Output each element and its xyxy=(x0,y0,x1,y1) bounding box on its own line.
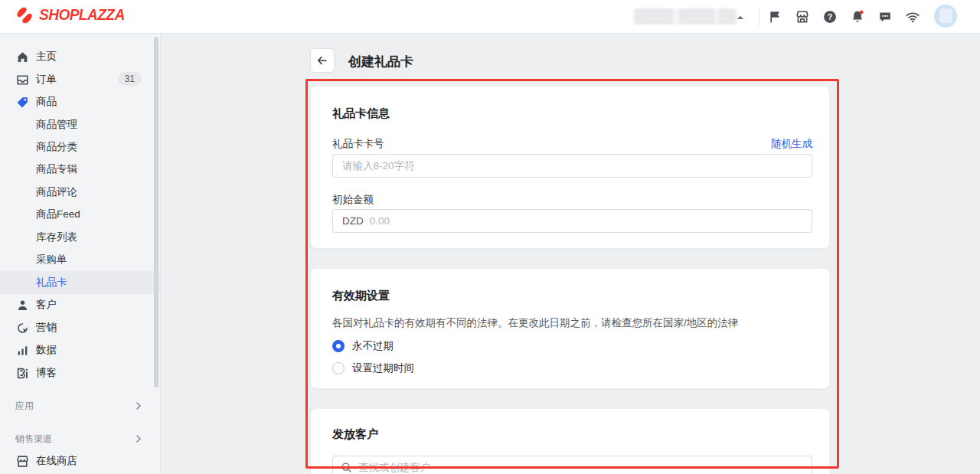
sidebar-item-product-feed[interactable]: 商品Feed xyxy=(0,203,160,226)
header-divider xyxy=(759,8,760,26)
card-title: 有效期设置 xyxy=(332,289,390,303)
storefront-icon xyxy=(15,454,29,468)
currency-prefix: DZD xyxy=(342,215,364,227)
sidebar-item-label: 商品管理 xyxy=(36,118,77,132)
radio-set-expiry[interactable]: 设置过期时间 xyxy=(332,361,414,375)
section-label: 应用 xyxy=(15,400,34,413)
svg-text:?: ? xyxy=(828,12,833,21)
sidebar-item-blog[interactable]: 博客 xyxy=(0,361,160,384)
radio-never-expire[interactable]: 永不过期 xyxy=(332,339,394,353)
top-header: SHOPLAZZA ? xyxy=(0,0,980,34)
sidebar-section-apps[interactable]: 应用 xyxy=(0,394,160,417)
home-icon xyxy=(15,50,29,64)
sidebar-item-products[interactable]: 商品 xyxy=(0,90,160,113)
sidebar-section-sales-channels[interactable]: 销售渠道 xyxy=(0,427,160,450)
radio-label: 永不过期 xyxy=(352,339,394,353)
customer-search-input[interactable]: 查找或创建客户 xyxy=(332,456,812,474)
store-name-redacted[interactable] xyxy=(634,8,737,25)
flag-icon[interactable] xyxy=(766,8,783,25)
radio-selected-icon xyxy=(332,340,345,352)
logo-wordmark: SHOPLAZZA xyxy=(39,6,125,24)
radio-unselected-icon xyxy=(332,362,345,374)
orders-icon xyxy=(15,73,29,87)
sidebar-item-label: 订单 xyxy=(36,73,57,87)
initial-amount-input[interactable]: DZD 0.00 xyxy=(332,209,812,233)
marketing-icon xyxy=(15,321,29,335)
chevron-right-icon xyxy=(134,434,143,443)
products-tag-icon xyxy=(15,95,29,109)
search-placeholder: 查找或创建客户 xyxy=(358,461,431,474)
sidebar-item-online-store[interactable]: 在线商店 xyxy=(0,449,160,472)
section-label: 销售渠道 xyxy=(15,433,52,446)
sidebar-item-label: 采购单 xyxy=(36,253,67,266)
sidebar-item-label: 客户 xyxy=(36,298,57,312)
help-icon[interactable]: ? xyxy=(822,8,838,25)
sidebar-item-product-reviews[interactable]: 商品评论 xyxy=(0,181,160,204)
chevron-right-icon xyxy=(134,401,143,410)
sidebar-item-product-management[interactable]: 商品管理 xyxy=(0,113,160,136)
initial-amount-label: 初始金额 xyxy=(332,193,374,207)
page-title: 创建礼品卡 xyxy=(348,53,413,70)
sidebar-item-label: 在线商店 xyxy=(36,454,77,468)
arrow-left-icon xyxy=(316,54,328,67)
card-number-input[interactable] xyxy=(332,154,812,178)
sidebar-item-purchase-orders[interactable]: 采购单 xyxy=(0,248,160,271)
card-number-label: 礼品卡卡号 xyxy=(332,137,384,151)
bell-icon[interactable] xyxy=(849,8,866,25)
user-avatar[interactable] xyxy=(934,5,957,28)
sidebar-item-label: 商品Feed xyxy=(36,208,80,221)
sidebar-item-label: 商品专辑 xyxy=(36,162,77,176)
avatar-placeholder xyxy=(939,8,952,23)
sidebar-item-label: 博客 xyxy=(36,366,57,380)
sidebar-item-orders[interactable]: 订单 31 xyxy=(0,68,160,91)
sidebar-item-label: 商品评论 xyxy=(36,185,77,199)
orders-count-badge: 31 xyxy=(118,72,142,86)
shoplazza-logo[interactable]: SHOPLAZZA xyxy=(15,6,125,25)
chat-icon[interactable] xyxy=(877,8,893,25)
main-content: 创建礼品卡 礼品卡信息 礼品卡卡号 随机生成 初始金额 DZD 0.00 有效期… xyxy=(161,34,980,474)
search-icon xyxy=(341,462,352,473)
amount-value: 0.00 xyxy=(370,215,390,227)
issue-customer-card: 发放客户 查找或创建客户 xyxy=(310,408,830,474)
random-generate-link[interactable]: 随机生成 xyxy=(771,137,812,151)
card-title: 礼品卡信息 xyxy=(332,106,390,121)
sidebar-item-marketing[interactable]: 营销 xyxy=(0,316,160,339)
sidebar-item-label: 礼品卡 xyxy=(36,276,67,289)
analytics-icon xyxy=(15,343,29,357)
sidebar-item-product-categories[interactable]: 商品分类 xyxy=(0,136,160,159)
store-caret-icon[interactable] xyxy=(737,16,743,22)
sidebar-item-label: 商品 xyxy=(36,95,57,109)
storefront-icon[interactable] xyxy=(794,8,811,25)
blog-icon xyxy=(15,366,29,380)
sidebar-item-customers[interactable]: 客户 xyxy=(0,293,160,316)
sidebar-item-inventory[interactable]: 库存列表 xyxy=(0,226,160,249)
sidebar-item-gift-cards[interactable]: 礼品卡 xyxy=(0,271,160,294)
sidebar-item-label: 数据 xyxy=(36,343,57,357)
sidebar-nav: 主页 订单 31 商品 商品管理 商品分类 商品专辑 商品评论 商品Feed 库… xyxy=(0,34,161,474)
back-button[interactable] xyxy=(310,48,335,73)
sidebar-item-label: 主页 xyxy=(36,50,57,64)
card-title: 发放客户 xyxy=(332,427,378,442)
sidebar-item-analytics[interactable]: 数据 xyxy=(0,338,160,361)
sidebar-item-collections[interactable]: 商品专辑 xyxy=(0,158,160,181)
sidebar-item-label: 库存列表 xyxy=(36,230,77,244)
sidebar-item-home[interactable]: 主页 xyxy=(0,45,160,68)
gift-card-info-card: 礼品卡信息 礼品卡卡号 随机生成 初始金额 DZD 0.00 xyxy=(310,86,830,249)
sidebar-item-label: 营销 xyxy=(36,321,57,335)
sidebar-item-label: 商品分类 xyxy=(36,140,77,154)
sidebar-scrollbar[interactable] xyxy=(154,37,158,387)
validity-description: 各国对礼品卡的有效期有不同的法律。在更改此日期之前，请检查您所在国家/地区的法律 xyxy=(332,316,738,330)
shoplazza-logo-icon xyxy=(15,6,34,25)
wifi-icon[interactable] xyxy=(904,8,921,25)
radio-label: 设置过期时间 xyxy=(352,361,414,375)
validity-settings-card: 有效期设置 各国对礼品卡的有效期有不同的法律。在更改此日期之前，请检查您所在国家… xyxy=(310,268,830,389)
customers-icon xyxy=(15,298,29,312)
